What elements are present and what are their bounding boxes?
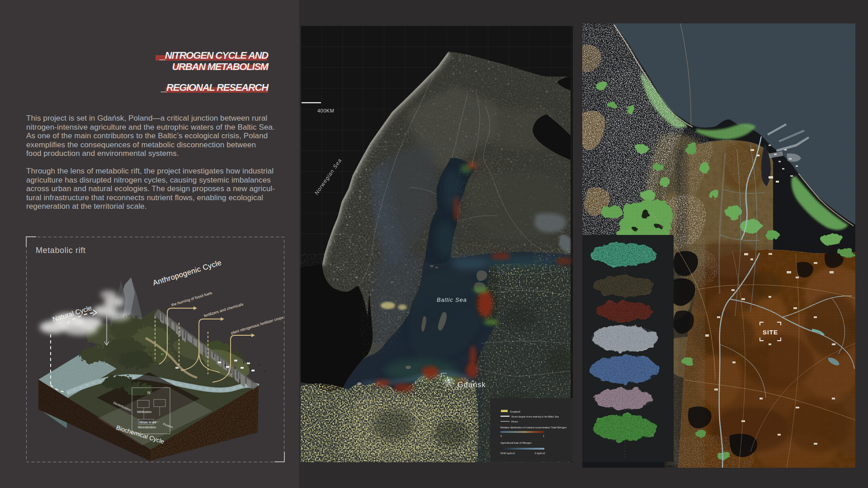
svg-text:fertilizers and chemicals: fertilizers and chemicals — [203, 302, 244, 318]
svg-text:Rivers: Rivers — [511, 420, 518, 423]
svg-text:SITE: SITE — [763, 329, 778, 336]
svg-text:Nitrification: Nitrification — [137, 410, 152, 413]
svg-text:Seven largest rivers draining: Seven largest rivers draining to the Bal… — [511, 415, 559, 418]
svg-text:5230 kg/km2: 5230 kg/km2 — [500, 452, 515, 455]
svg-text:Relative distribution of nutri: Relative distribution of nutrient concen… — [500, 426, 566, 429]
svg-text:Agricultural load of Nitrogen: Agricultural load of Nitrogen — [500, 441, 532, 444]
svg-text:Nitrate in soil: Nitrate in soil — [139, 421, 156, 424]
svg-text:plant nitrogenous fertilizer c: plant nitrogenous fertilizer crops — [231, 315, 284, 335]
svg-text:Cropland: Cropland — [510, 410, 520, 413]
svg-text:1: 1 — [543, 435, 544, 437]
svg-text:Mineralization: Mineralization — [138, 426, 156, 429]
svg-text:400KM: 400KM — [317, 108, 334, 113]
svg-text:the burning of fossil fuels: the burning of fossil fuels — [171, 291, 213, 307]
svg-text:Baltic Sea: Baltic Sea — [437, 296, 467, 303]
svg-text:0 kg/km2: 0 kg/km2 — [535, 452, 545, 455]
svg-text:Gdańsk: Gdańsk — [458, 380, 486, 389]
svg-text:N: N — [147, 390, 151, 395]
svg-text:Anthropogenic Cycle: Anthropogenic Cycle — [152, 258, 222, 286]
svg-text:0: 0 — [500, 435, 502, 437]
